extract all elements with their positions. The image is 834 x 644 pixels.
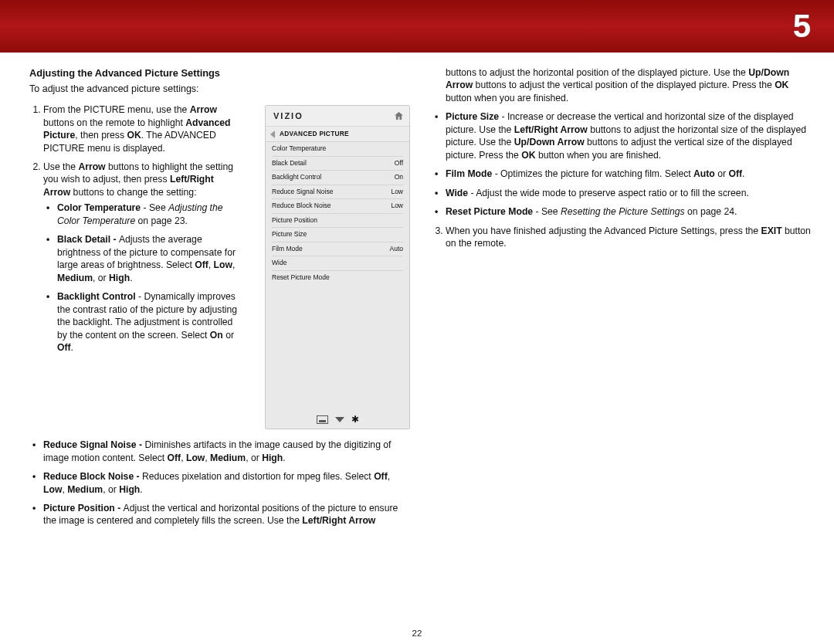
- osd-breadcrumb: ADVANCED PICTURE: [266, 127, 409, 142]
- right-column: buttons to adjust the horizontal positio…: [432, 66, 812, 534]
- section-heading: Adjusting the Advanced Picture Settings: [29, 66, 410, 80]
- step-2: Use the Arrow buttons to highlight the s…: [43, 161, 238, 354]
- osd-screenshot: VIZIO ADVANCED PICTURE Color Temperature…: [265, 105, 410, 429]
- osd-header: VIZIO: [266, 106, 409, 127]
- breadcrumb-label: ADVANCED PICTURE: [280, 130, 349, 138]
- menu-item: Reset Picture Mode: [272, 271, 403, 284]
- step-1: From the PICTURE menu, use the Arrow but…: [43, 103, 238, 154]
- picture-position-continued: buttons to adjust the horizontal positio…: [446, 66, 812, 104]
- menu-item: Black DetailOff: [272, 157, 403, 171]
- manual-page: 5 Adjusting the Advanced Picture Setting…: [0, 0, 834, 644]
- intro-text: To adjust the advanced picture settings:: [29, 83, 410, 96]
- steps-list-continued: When you have finished adjusting the Adv…: [446, 225, 812, 250]
- picture-icon: [317, 415, 328, 424]
- menu-item: Backlight ControlOn: [272, 171, 403, 185]
- menu-item: Reduce Block NoiseLow: [272, 199, 403, 213]
- chapter-bar: 5: [0, 0, 834, 53]
- home-icon: [395, 112, 403, 120]
- menu-item: Wide: [272, 256, 403, 270]
- back-arrow-icon: [270, 130, 275, 138]
- bullet-picture-position: Picture Position - Adjust the vertical a…: [29, 502, 410, 527]
- menu-item: Picture Size: [272, 228, 403, 242]
- steps-list: From the PICTURE menu, use the Arrow but…: [43, 103, 238, 354]
- chevron-down-icon: [335, 417, 344, 422]
- menu-item: Color Temperature: [272, 142, 403, 156]
- osd-footer: ✱: [266, 415, 409, 424]
- settings-bullets-right: Picture Size - Increase or decrease the …: [432, 110, 812, 218]
- menu-item: Film ModeAuto: [272, 242, 403, 256]
- settings-bullets: Color Temperature - See Adjusting the Co…: [43, 202, 238, 354]
- gear-icon: ✱: [351, 415, 359, 424]
- menu-item: Picture Position: [272, 214, 403, 228]
- bullet-reset-picture-mode: Reset Picture Mode - See Resetting the P…: [432, 205, 812, 218]
- left-column: Adjusting the Advanced Picture Settings …: [29, 66, 410, 534]
- bullet-reduce-signal-noise: Reduce Signal Noise - Diminishes artifac…: [29, 439, 410, 464]
- step-3: When you have finished adjusting the Adv…: [446, 225, 812, 250]
- settings-bullets-wide: Reduce Signal Noise - Diminishes artifac…: [29, 439, 410, 527]
- osd-menu: Color Temperature Black DetailOff Backli…: [266, 142, 409, 284]
- bullet-color-temperature: Color Temperature - See Adjusting the Co…: [43, 202, 238, 227]
- content-columns: Adjusting the Advanced Picture Settings …: [0, 53, 834, 534]
- bullet-film-mode: Film Mode - Optimizes the picture for wa…: [432, 168, 812, 180]
- bullet-black-detail: Black Detail - Adjusts the average brigh…: [43, 233, 238, 284]
- bullet-reduce-block-noise: Reduce Block Noise - Reduces pixelation …: [29, 470, 410, 496]
- chapter-number: 5: [793, 8, 811, 45]
- bullet-backlight-control: Backlight Control - Dynamically improves…: [43, 290, 238, 354]
- page-number: 22: [0, 629, 834, 638]
- bullet-picture-size: Picture Size - Increase or decrease the …: [432, 110, 812, 161]
- brand-logo: VIZIO: [273, 110, 303, 122]
- menu-item: Reduce Signal NoiseLow: [272, 185, 403, 199]
- left-text-block: From the PICTURE menu, use the Arrow but…: [29, 103, 238, 360]
- bullet-wide: Wide - Adjust the wide mode to preserve …: [432, 187, 812, 199]
